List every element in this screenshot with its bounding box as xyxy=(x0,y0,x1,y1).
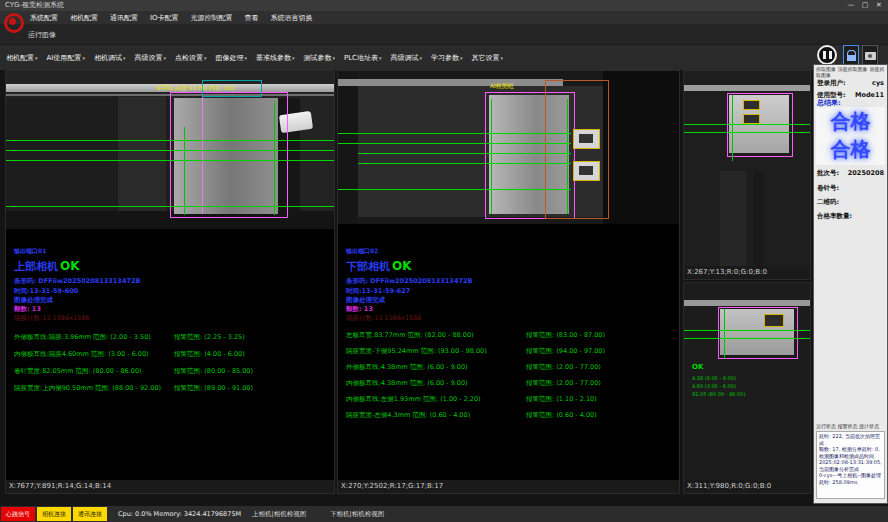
measurement-row: 隔膜宽度-下侧95.24mm 范围: (93.00 - 98.00)报警范围: … xyxy=(346,347,677,356)
alarm-range-text: 报警范围: (89.00 - 91.00) xyxy=(174,384,253,393)
tab-5[interactable]: 图像处理▾ xyxy=(215,53,247,63)
menu-item-5[interactable]: 查看 xyxy=(245,13,259,23)
measurement-text: 外侧极耳线:4.38mm 范围: (6.00 - 9.00) xyxy=(346,363,468,371)
chevron-down-icon: ▾ xyxy=(123,55,126,61)
batch-label: 批次号: xyxy=(817,169,839,178)
tab-4[interactable]: 点检设置▾ xyxy=(175,53,207,63)
barcode-text: 条形码: DFFiiw2025020813313472B xyxy=(14,277,140,286)
image-region xyxy=(720,171,746,267)
chevron-down-icon: ▾ xyxy=(35,55,38,61)
qrcode-label: 二维码: xyxy=(817,198,839,207)
result-ok-badge: OK xyxy=(60,259,80,273)
pause-icon xyxy=(829,51,832,59)
login-user-label: 登录用户: xyxy=(817,79,846,88)
roi-box-pink xyxy=(170,92,288,218)
image-region xyxy=(338,71,358,224)
needle-label: 卷针号: xyxy=(817,184,839,193)
batch-row: 批次号: 20250208 xyxy=(814,169,887,178)
total-result-display: 合格 合格 xyxy=(816,107,885,165)
tab-10[interactable]: 学习参数▾ xyxy=(431,53,463,63)
camera-view-bottom[interactable]: AI检测框 xyxy=(338,71,679,224)
measurement-text: 内侧极耳线:左侧1.93mm 范围: (1.00 - 2.20) xyxy=(346,395,481,403)
qrcode-row: 二维码: xyxy=(814,198,887,207)
title-bar: CYG-视觉检测系统 — ▢ ✕ xyxy=(0,0,888,11)
top-camera-view-label: 上相机|相机检视图 xyxy=(252,506,306,522)
grab-image-links[interactable]: 抓取图像 顶视抓取图像 底视抓取图像 xyxy=(816,66,886,78)
menu-item-2[interactable]: 通讯配置 xyxy=(110,13,138,23)
measurement-row: 隔膜宽度-左侧4.3mm 范围: (0.60 - 4.00)报警范围: (0.6… xyxy=(346,411,677,420)
tab-0[interactable]: 相机配置▾ xyxy=(6,53,38,63)
alarm-range-text: 报警范围: (4.00 - 6.00) xyxy=(174,350,245,359)
camera-view-small-top[interactable] xyxy=(684,71,810,267)
image-region xyxy=(338,79,563,86)
tab-1[interactable]: AI使用配置▾ xyxy=(47,53,85,63)
chevron-down-icon: ▾ xyxy=(292,55,295,61)
image-region xyxy=(579,166,593,175)
window-title: CYG-视觉检测系统 xyxy=(0,0,888,11)
measurement-text: 内侧极耳线:4.38mm 范围: (6.00 - 9.00) xyxy=(346,379,468,387)
chevron-down-icon: ▾ xyxy=(82,55,85,61)
measurement-text: 隔膜宽度:上内侧90.50mm 范围: (88.00 - 92.00) xyxy=(14,384,161,392)
lock-button[interactable] xyxy=(843,45,859,66)
pause-icon xyxy=(823,51,826,59)
measure-line xyxy=(338,133,571,134)
image-region xyxy=(118,97,166,229)
measure-line xyxy=(338,189,571,190)
camera-panel-bottom: AI检测框 输出端口02 下部相机OK 条形码: DFFiiw202502081… xyxy=(337,70,680,494)
measurement-text: 82.05 (80.00 - 86.00) xyxy=(692,391,745,397)
tab-7[interactable]: 测试参数▾ xyxy=(303,53,335,63)
chevron-down-icon: ▾ xyxy=(460,55,463,61)
measurement-row: 内侧极耳线:左侧1.93mm 范围: (1.00 - 2.20)报警范围: (1… xyxy=(346,395,677,404)
camera-view-top[interactable]: N字码:高度:93 HD 内径:100 xyxy=(6,71,334,229)
menu-item-4[interactable]: 光源控制配置 xyxy=(191,13,233,23)
measurement-row: 外侧极耳线:隔膜:3.96mm 范围: (2.00 - 3.50)报警范围: (… xyxy=(14,333,332,342)
measurement-row: 隔膜宽度:上内侧90.50mm 范围: (88.00 - 92.00)报警范围:… xyxy=(14,384,332,393)
result-ok-badge: OK xyxy=(692,363,703,371)
roi-box-yellow xyxy=(743,114,760,124)
measure-line xyxy=(274,101,275,215)
login-user-value: cys xyxy=(872,79,884,88)
tab-9[interactable]: 高级调试▾ xyxy=(391,53,423,63)
pause-button[interactable] xyxy=(817,45,837,65)
measurement-text: 4.38 (6.00 - 9.00) xyxy=(692,375,736,381)
roi-box-yellow xyxy=(764,314,784,327)
measure-line xyxy=(491,99,492,214)
menu-item-3[interactable]: IO卡配置 xyxy=(150,13,179,23)
maximize-button[interactable]: ▢ xyxy=(858,0,872,11)
measurement-text: 外侧极耳线:隔膜:3.96mm 范围: (2.00 - 3.50) xyxy=(14,333,151,341)
snapshot-button[interactable] xyxy=(862,45,878,66)
menu-bar: 系统配置 相机配置 通讯配置 IO卡配置 光源控制配置 查看 系统语言切换 xyxy=(0,11,888,24)
tab-3[interactable]: 高级设置▾ xyxy=(134,53,166,63)
pass-rate-row: 合格率数量: xyxy=(814,212,887,221)
measure-line xyxy=(684,338,810,339)
image-region xyxy=(684,85,810,91)
process-done-text: 图像处理完成 xyxy=(14,296,53,305)
menu-item-0[interactable]: 系统配置 xyxy=(30,13,58,23)
measure-line xyxy=(684,330,810,331)
measure-line xyxy=(6,140,334,141)
cursor-coordinates: X:7677;Y:891;R:14;G:14;B:14 xyxy=(6,480,334,493)
timestamp-text: 时间:13-31-59-600 xyxy=(14,287,78,296)
process-done-text: 图像处理完成 xyxy=(346,296,385,305)
count-text: 颗数: 13 xyxy=(14,305,41,314)
menu-item-6[interactable]: 系统语言切换 xyxy=(271,13,313,23)
minimize-button[interactable]: — xyxy=(844,0,858,11)
dim-count-text: 隔膜计数:13 1586x1586 xyxy=(346,314,421,323)
alarm-range-text: 报警范围: (2.00 - 77.00) xyxy=(526,379,601,388)
tab-8[interactable]: PLC地址表▾ xyxy=(344,53,382,63)
roi-line-pink xyxy=(202,94,203,214)
tab-2[interactable]: 相机调试▾ xyxy=(94,53,126,63)
tab-6[interactable]: 基准线参数▾ xyxy=(256,53,295,63)
menu-item-1[interactable]: 相机配置 xyxy=(70,13,98,23)
tab-11[interactable]: 其它设置▾ xyxy=(472,53,504,63)
measure-line xyxy=(6,206,334,207)
measurement-row: 卷针宽度:82.05mm 范围: (80.00 - 86.00)报警范围: (8… xyxy=(14,367,332,376)
cpu-memory-text: Cpu: 0.0% Memory: 3424.41796875M xyxy=(118,506,241,522)
heartbeat-indicator: 心跳信号 xyxy=(1,507,35,521)
stats-line: 0-cys一号上相机--图像处理耗时: 258.09ms xyxy=(819,472,882,485)
stats-tabs[interactable]: 运行状态 报警状态 统计状态 xyxy=(816,423,879,429)
measurement-text: 4.60 (3.00 - 6.00) xyxy=(692,383,736,389)
close-button[interactable]: ✕ xyxy=(872,0,886,11)
camera-view-small-bottom[interactable]: OK 4.38 (6.00 - 9.00) 4.60 (3.00 - 6.00)… xyxy=(684,283,810,481)
needle-row: 卷针号: xyxy=(814,184,887,193)
